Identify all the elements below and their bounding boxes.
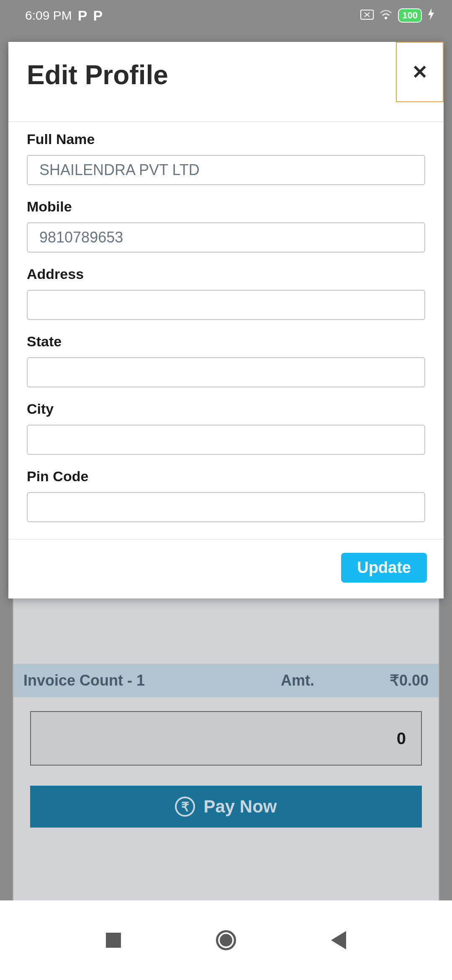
- update-button[interactable]: Update: [341, 553, 427, 583]
- wifi-icon: [380, 8, 392, 23]
- modal-body: Full Name Mobile Address State City Pin …: [8, 121, 444, 539]
- edit-profile-modal: Edit Profile ✕ Full Name Mobile Address …: [8, 42, 444, 598]
- payment-amount-value: 0: [397, 729, 406, 748]
- mobile-label: Mobile: [27, 195, 425, 215]
- pay-now-label: Pay Now: [203, 797, 277, 817]
- invoice-summary-row: Invoice Count - 1 Amt. ₹0.00: [13, 664, 439, 697]
- full-name-label: Full Name: [27, 128, 425, 147]
- city-input[interactable]: [27, 425, 425, 455]
- p-icon: P: [78, 8, 87, 24]
- modal-title: Edit Profile: [8, 42, 168, 90]
- pay-now-button[interactable]: ₹ Pay Now: [30, 786, 422, 828]
- no-sim-icon: [360, 8, 374, 23]
- status-bar: 6:09 PM P P 100: [0, 0, 452, 31]
- status-time: 6:09 PM: [25, 8, 72, 23]
- full-name-input[interactable]: [27, 155, 425, 185]
- amount-value: ₹0.00: [390, 672, 429, 689]
- battery-icon: 100: [398, 8, 422, 23]
- rupee-icon: ₹: [175, 797, 195, 817]
- close-button[interactable]: ✕: [396, 42, 444, 102]
- address-input[interactable]: [27, 290, 425, 320]
- state-label: State: [27, 330, 425, 350]
- state-input[interactable]: [27, 357, 425, 387]
- payment-amount-input[interactable]: 0: [30, 711, 422, 766]
- charging-icon: [428, 8, 434, 23]
- modal-footer: Update: [8, 539, 444, 598]
- invoice-count-label: Invoice Count - 1: [23, 672, 281, 689]
- recent-apps-button[interactable]: [106, 933, 121, 948]
- pin-code-label: Pin Code: [27, 465, 425, 485]
- android-nav-bar: [0, 900, 452, 980]
- mobile-input[interactable]: [27, 222, 425, 253]
- pin-code-input[interactable]: [27, 492, 425, 522]
- city-label: City: [27, 397, 425, 417]
- amount-label: Amt.: [281, 672, 314, 689]
- home-button[interactable]: [216, 930, 236, 950]
- back-button[interactable]: [331, 931, 346, 949]
- address-label: Address: [27, 263, 425, 282]
- svg-point-1: [385, 17, 387, 19]
- close-icon: ✕: [412, 61, 428, 83]
- p-icon: P: [93, 8, 103, 24]
- modal-header: Edit Profile ✕: [8, 42, 444, 121]
